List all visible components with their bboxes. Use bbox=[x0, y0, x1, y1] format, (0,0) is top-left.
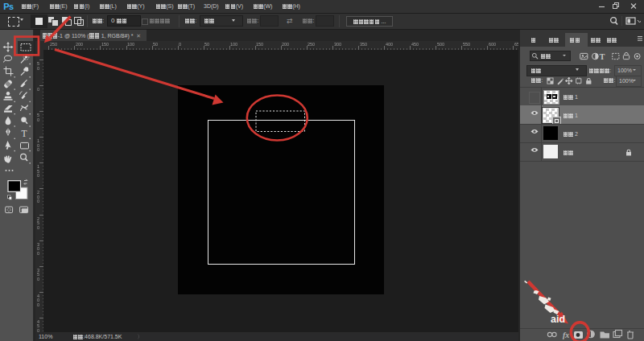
svg-text:aid: aid bbox=[551, 314, 565, 325]
